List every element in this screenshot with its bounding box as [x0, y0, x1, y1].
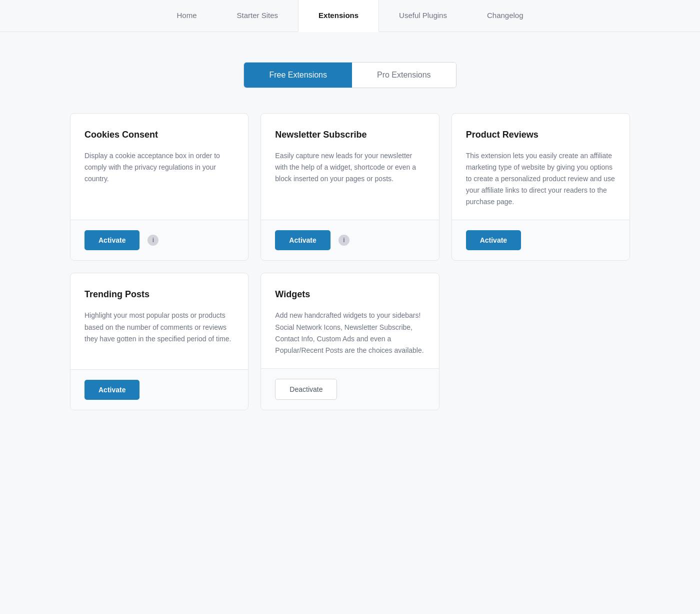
card-title-product-reviews: Product Reviews	[466, 130, 616, 140]
card-title-newsletter-subscribe: Newsletter Subscribe	[275, 130, 424, 140]
card-footer-newsletter-subscribe: Activate i	[261, 220, 438, 260]
extensions-row-1: Cookies Consent Display a cookie accepta…	[70, 113, 630, 261]
card-footer-product-reviews: Activate	[452, 220, 630, 260]
extension-card-product-reviews: Product Reviews This extension lets you …	[452, 113, 630, 261]
card-description-cookies-consent: Display a cookie acceptance box in order…	[84, 150, 234, 185]
activate-button-cookies-consent[interactable]: Activate	[84, 230, 140, 250]
card-description-newsletter-subscribe: Easily capture new leads for your newsle…	[275, 150, 424, 185]
nav-item-starter-sites[interactable]: Starter Sites	[217, 0, 298, 32]
card-footer-widgets: Deactivate	[261, 368, 438, 410]
extension-card-newsletter-subscribe: Newsletter Subscribe Easily capture new …	[260, 113, 439, 261]
card-body-trending-posts: Trending Posts Highlight your most popul…	[70, 273, 248, 369]
extension-card-cookies-consent: Cookies Consent Display a cookie accepta…	[70, 113, 248, 261]
card-title-widgets: Widgets	[275, 289, 424, 300]
activate-button-trending-posts[interactable]: Activate	[84, 380, 140, 400]
activate-button-product-reviews[interactable]: Activate	[466, 230, 521, 250]
activate-button-newsletter-subscribe[interactable]: Activate	[275, 230, 330, 250]
card-description-product-reviews: This extension lets you easily create an…	[466, 150, 616, 208]
card-body-cookies-consent: Cookies Consent Display a cookie accepta…	[70, 114, 248, 220]
main-content: Free Extensions Pro Extensions Cookies C…	[60, 32, 640, 430]
top-navigation: Home Starter Sites Extensions Useful Plu…	[0, 0, 700, 32]
nav-item-extensions[interactable]: Extensions	[298, 0, 379, 32]
nav-item-changelog[interactable]: Changelog	[467, 0, 544, 32]
extension-card-widgets: Widgets Add new handcrafted widgets to y…	[260, 273, 439, 410]
nav-item-home[interactable]: Home	[156, 0, 216, 32]
extensions-row-2: Trending Posts Highlight your most popul…	[70, 273, 630, 410]
card-description-trending-posts: Highlight your most popular posts or pro…	[84, 310, 234, 344]
tab-toggle-group: Free Extensions Pro Extensions	[244, 62, 456, 88]
card-title-trending-posts: Trending Posts	[84, 289, 234, 300]
card-footer-cookies-consent: Activate i	[70, 220, 248, 260]
card-footer-trending-posts: Activate	[70, 369, 248, 410]
card-body-product-reviews: Product Reviews This extension lets you …	[452, 114, 630, 220]
deactivate-button-widgets[interactable]: Deactivate	[275, 379, 337, 400]
extension-card-empty	[452, 273, 630, 410]
nav-item-useful-plugins[interactable]: Useful Plugins	[379, 0, 467, 32]
info-icon-cookies-consent[interactable]: i	[148, 235, 158, 246]
tab-toggle: Free Extensions Pro Extensions	[70, 62, 630, 88]
card-title-cookies-consent: Cookies Consent	[84, 130, 234, 140]
card-description-widgets: Add new handcrafted widgets to your side…	[275, 310, 424, 356]
card-body-widgets: Widgets Add new handcrafted widgets to y…	[261, 273, 438, 368]
info-icon-newsletter-subscribe[interactable]: i	[338, 235, 350, 246]
extension-card-trending-posts: Trending Posts Highlight your most popul…	[70, 273, 248, 410]
tab-pro-extensions[interactable]: Pro Extensions	[352, 63, 456, 88]
card-body-newsletter-subscribe: Newsletter Subscribe Easily capture new …	[261, 114, 438, 220]
tab-free-extensions[interactable]: Free Extensions	[244, 63, 352, 88]
